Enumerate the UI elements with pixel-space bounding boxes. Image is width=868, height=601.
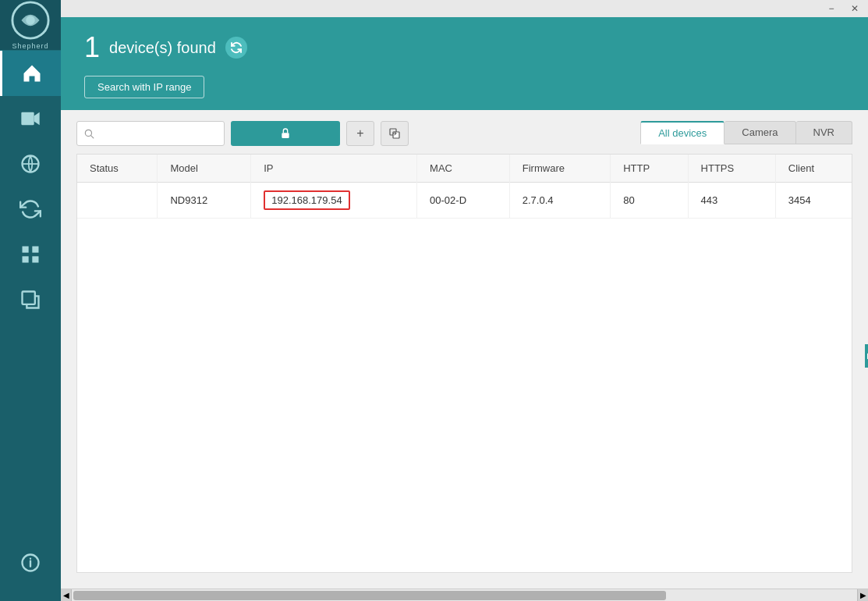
scroll-thumb[interactable] xyxy=(73,591,666,600)
svg-point-12 xyxy=(30,558,31,560)
tab-camera[interactable]: Camera xyxy=(725,121,795,144)
device-count: 1 xyxy=(84,31,100,64)
search-ip-range-button[interactable]: Search with IP range xyxy=(84,76,204,98)
cell-status xyxy=(77,183,158,219)
refresh-header-icon xyxy=(229,41,243,55)
scroll-right-arrow[interactable]: ▶ xyxy=(857,589,868,602)
col-model: Model xyxy=(158,155,251,183)
add-button[interactable]: + xyxy=(346,121,374,146)
svg-rect-6 xyxy=(32,247,38,253)
header: 1 device(s) found xyxy=(61,17,868,76)
lock-icon xyxy=(279,127,292,140)
svg-rect-9 xyxy=(23,292,35,304)
tab-nvr[interactable]: NVR xyxy=(796,121,852,144)
cell-client: 3454 xyxy=(775,183,852,219)
device-table-container: Status Model IP MAC Firmware HTTP HTTPS … xyxy=(76,154,852,573)
svg-rect-15 xyxy=(282,133,289,138)
titlebar: − ✕ xyxy=(61,0,868,17)
svg-rect-5 xyxy=(23,247,29,253)
export-sidebar-icon xyxy=(19,289,41,311)
cell-model: ND9312 xyxy=(158,183,251,219)
sidebar-item-home[interactable] xyxy=(0,51,61,96)
ip-icon xyxy=(19,153,41,175)
close-button[interactable]: ✕ xyxy=(843,0,866,17)
main-content: − ✕ 1 device(s) found Search with IP ran… xyxy=(61,0,868,601)
grid-icon xyxy=(19,244,41,265)
info-icon xyxy=(19,552,41,574)
ip-value: 192.168.179.54 xyxy=(264,190,349,210)
svg-rect-2 xyxy=(21,112,34,125)
sidebar-item-refresh[interactable] xyxy=(0,187,61,232)
home-icon xyxy=(21,62,43,84)
horizontal-scrollbar[interactable]: ◀ ▶ xyxy=(61,589,868,601)
col-http: HTTP xyxy=(611,155,688,183)
table-row[interactable]: ND9312 192.168.179.54 00-02-D 2.7.0.4 80… xyxy=(77,183,852,219)
sidebar: Shepherd xyxy=(0,0,61,601)
col-ip: IP xyxy=(251,155,417,183)
sidebar-item-export[interactable] xyxy=(0,277,61,322)
cell-ip: 192.168.179.54 xyxy=(251,183,417,219)
col-firmware: Firmware xyxy=(509,155,610,183)
refresh-button[interactable] xyxy=(225,37,247,59)
svg-rect-17 xyxy=(393,132,399,138)
tab-all-devices[interactable]: All devices xyxy=(640,121,725,144)
table-header-row: Status Model IP MAC Firmware HTTP HTTPS … xyxy=(77,155,852,183)
lock-button[interactable] xyxy=(231,121,340,146)
cell-http: 80 xyxy=(611,183,688,219)
app-logo: Shepherd xyxy=(0,0,61,51)
search-box[interactable] xyxy=(76,121,225,146)
col-https: HTTPS xyxy=(688,155,775,183)
col-status: Status xyxy=(77,155,158,183)
toolbar: + All devices Camera NVR xyxy=(61,110,868,154)
svg-point-1 xyxy=(26,16,35,25)
sidebar-item-grid[interactable] xyxy=(0,232,61,277)
sidebar-item-video[interactable] xyxy=(0,96,61,141)
export-icon xyxy=(388,127,401,140)
logo-text: Shepherd xyxy=(12,42,48,50)
search-input[interactable] xyxy=(99,128,218,140)
tabs: All devices Camera NVR xyxy=(640,121,852,144)
content-area: + All devices Camera NVR Status xyxy=(61,110,868,601)
device-label: device(s) found xyxy=(109,39,216,57)
col-mac: MAC xyxy=(417,155,510,183)
cell-https: 443 xyxy=(688,183,775,219)
refresh-icon xyxy=(19,198,41,220)
sidebar-item-ip[interactable] xyxy=(0,141,61,187)
cell-firmware: 2.7.0.4 xyxy=(509,183,610,219)
search-icon xyxy=(83,128,94,139)
svg-line-14 xyxy=(90,135,94,138)
sidebar-item-info[interactable] xyxy=(0,540,61,585)
device-table: Status Model IP MAC Firmware HTTP HTTPS … xyxy=(77,155,852,219)
svg-rect-8 xyxy=(32,256,38,262)
ip-search-section: Search with IP range xyxy=(61,76,868,110)
col-client: Client xyxy=(775,155,852,183)
export-button[interactable] xyxy=(381,121,409,146)
cell-mac: 00-02-D xyxy=(417,183,510,219)
right-panel-arrow[interactable]: ▶ xyxy=(865,344,868,368)
scroll-left-arrow[interactable]: ◀ xyxy=(61,589,72,602)
svg-rect-7 xyxy=(23,256,29,262)
video-icon xyxy=(19,108,41,130)
logo-icon xyxy=(10,0,51,41)
minimize-button[interactable]: − xyxy=(820,0,843,17)
